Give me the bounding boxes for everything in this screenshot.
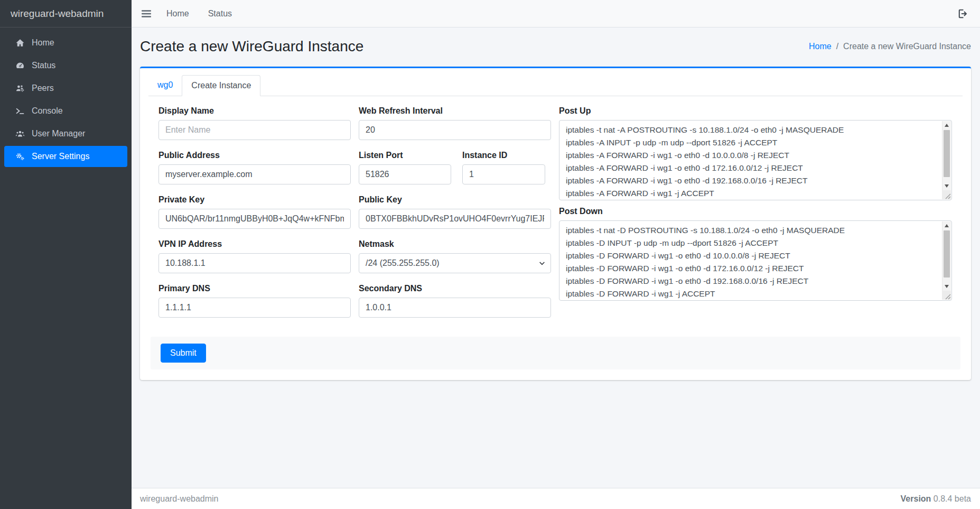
sidebar-item-label: Console	[32, 106, 63, 116]
tab-wg0[interactable]: wg0	[148, 75, 182, 96]
secondary-dns-label: Secondary DNS	[359, 284, 551, 293]
post-down-label: Post Down	[559, 207, 952, 216]
resize-grip-icon[interactable]	[942, 291, 951, 300]
topnav-link-status[interactable]: Status	[208, 9, 232, 18]
primary-dns-label: Primary DNS	[158, 284, 351, 293]
gauge-icon	[14, 61, 26, 70]
gears-icon	[14, 152, 26, 161]
web-refresh-interval-input[interactable]	[359, 120, 551, 140]
home-icon	[14, 38, 26, 48]
breadcrumb-home-link[interactable]: Home	[809, 42, 832, 51]
instance-card: wg0 Create Instance Display Name Web Ref…	[140, 67, 971, 380]
scroll-down-arrow-icon[interactable]	[942, 182, 951, 190]
tab-create-instance[interactable]: Create Instance	[182, 75, 260, 96]
vpn-ip-address-label: VPN IP Address	[158, 239, 351, 249]
vpn-ip-address-input[interactable]	[158, 253, 351, 273]
public-key-input[interactable]	[359, 209, 551, 229]
web-refresh-interval-label: Web Refresh Interval	[359, 106, 551, 116]
sidebar-item-label: Home	[32, 38, 54, 48]
scroll-up-arrow-icon[interactable]	[942, 221, 951, 230]
users-icon	[14, 129, 26, 138]
sidebar-item-console[interactable]: Console	[4, 100, 127, 122]
netmask-selected-value: /24 (255.255.255.0)	[366, 258, 440, 268]
scroll-down-arrow-icon[interactable]	[942, 282, 951, 291]
post-down-text[interactable]: iptables -t nat -D POSTROUTING -s 10.188…	[559, 221, 941, 300]
private-key-label: Private Key	[158, 195, 351, 205]
post-up-scrollbar[interactable]	[942, 121, 951, 190]
topnav-link-home[interactable]: Home	[166, 9, 189, 18]
netmask-label: Netmask	[359, 239, 551, 249]
sidebar-item-home[interactable]: Home	[4, 32, 127, 53]
sidebar-item-label: Server Settings	[32, 152, 89, 161]
post-down-textarea[interactable]: iptables -t nat -D POSTROUTING -s 10.188…	[559, 220, 952, 301]
public-address-label: Public Address	[158, 151, 351, 160]
display-name-input[interactable]	[158, 120, 351, 140]
resize-grip-icon[interactable]	[942, 190, 951, 199]
post-down-scrollbar[interactable]	[942, 221, 951, 291]
breadcrumb: Home / Create a new WireGuard Instance	[809, 42, 971, 51]
sidebar-item-label: Peers	[32, 84, 54, 93]
submit-button[interactable]: Submit	[161, 344, 206, 363]
main-footer: wireguard-webadmin Version 0.8.4 beta	[132, 488, 980, 509]
hamburger-icon[interactable]	[140, 7, 153, 20]
scrollbar-thumb[interactable]	[944, 230, 950, 277]
primary-dns-input[interactable]	[158, 298, 351, 318]
instance-tabs: wg0 Create Instance	[148, 75, 963, 96]
sidebar-item-label: Status	[32, 61, 55, 70]
public-key-label: Public Key	[359, 195, 551, 205]
listen-port-label: Listen Port	[359, 151, 451, 160]
breadcrumb-separator: /	[836, 42, 838, 51]
footer-version-label: Version	[901, 494, 931, 503]
sidebar-item-label: User Manager	[32, 129, 85, 138]
instance-id-input[interactable]	[462, 164, 545, 184]
sidebar-item-user-manager[interactable]: User Manager	[4, 123, 127, 144]
sidebar-menu: Home Status Peers Console User Manager	[0, 27, 132, 173]
page-title: Create a new WireGuard Instance	[140, 38, 363, 55]
breadcrumb-current: Create a new WireGuard Instance	[843, 42, 971, 51]
chevron-down-icon	[538, 259, 546, 267]
brand-title: wireguard-webadmin	[0, 0, 132, 27]
sign-out-icon[interactable]	[957, 8, 969, 20]
content-area: Create a new WireGuard Instance Home / C…	[132, 27, 980, 488]
public-address-input[interactable]	[158, 164, 351, 184]
footer-version-value: 0.8.4 beta	[934, 494, 971, 503]
post-up-textarea[interactable]: iptables -t nat -A POSTROUTING -s 10.188…	[559, 120, 952, 200]
display-name-label: Display Name	[158, 106, 351, 116]
private-key-input[interactable]	[158, 209, 351, 229]
form-actions: Submit	[151, 337, 960, 369]
secondary-dns-input[interactable]	[359, 298, 551, 318]
post-up-label: Post Up	[559, 106, 952, 116]
terminal-icon	[14, 106, 26, 116]
footer-app-name: wireguard-webadmin	[140, 494, 219, 504]
sidebar-item-peers[interactable]: Peers	[4, 78, 127, 99]
scroll-up-arrow-icon[interactable]	[942, 121, 951, 129]
sidebar-item-server-settings[interactable]: Server Settings	[4, 146, 127, 167]
scrollbar-thumb[interactable]	[944, 130, 950, 177]
top-navbar: Home Status	[132, 0, 980, 27]
netmask-select[interactable]: /24 (255.255.255.0)	[359, 253, 551, 273]
footer-version: Version 0.8.4 beta	[901, 494, 971, 504]
users-gear-icon	[14, 84, 26, 93]
listen-port-input[interactable]	[359, 164, 451, 184]
instance-form: Display Name Web Refresh Interval Public…	[151, 106, 960, 328]
instance-id-label: Instance ID	[462, 151, 545, 160]
sidebar: wireguard-webadmin Home Status Peers Con…	[0, 0, 132, 509]
sidebar-item-status[interactable]: Status	[4, 55, 127, 76]
post-up-text[interactable]: iptables -t nat -A POSTROUTING -s 10.188…	[559, 121, 941, 200]
